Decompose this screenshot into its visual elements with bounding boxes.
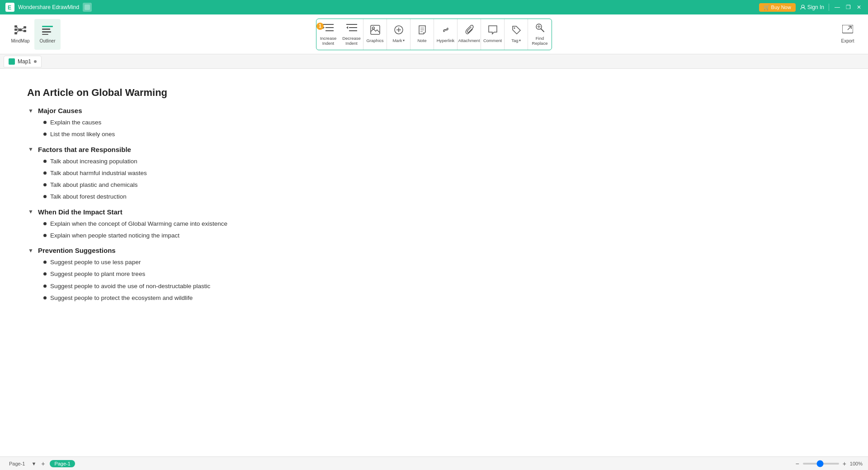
buy-now-button[interactable]: 🛒 Buy Now (759, 3, 796, 12)
bullet-dot (43, 183, 47, 186)
hyperlink-icon (441, 25, 451, 36)
find-replace-icon (535, 23, 545, 34)
section-major-causes[interactable]: ▼ Major Causes (27, 107, 841, 114)
minimize-button[interactable]: — (834, 4, 841, 11)
export-icon (842, 25, 853, 37)
sign-in-button[interactable]: Sign In (800, 4, 824, 10)
svg-rect-6 (14, 25, 17, 28)
bullet-text: Suggest people to plant more trees (50, 270, 145, 279)
collapse-arrow-prevention: ▼ (27, 247, 34, 254)
mark-button[interactable]: Mark ▾ (387, 19, 410, 50)
svg-rect-8 (14, 28, 17, 31)
hyperlink-button[interactable]: Hyperlink (434, 19, 458, 50)
tab-map1-label: Map1 (18, 58, 31, 65)
title-bar-right: 🛒 Buy Now Sign In — ❐ ✕ (759, 3, 863, 12)
title-bar: E Wondershare EdrawMind 🛒 Buy Now Sign I… (0, 0, 868, 14)
bullet-dot (43, 222, 47, 225)
bullet-dot (43, 296, 47, 299)
bullet-text: Suggest people to use less paper (50, 258, 141, 267)
canvas: An Article on Global Warming ▼ Major Cau… (0, 69, 868, 456)
list-item: Suggest people to protect the ecosystem … (43, 294, 841, 303)
app-logo: E (5, 3, 14, 12)
left-tool-group: MindMap Outliner (7, 19, 61, 50)
hyperlink-label: Hyperlink (437, 38, 455, 43)
note-button[interactable]: Note (410, 19, 434, 50)
bullet-text: Talk about plastic and chemicals (50, 180, 138, 190)
bullet-dot (43, 133, 47, 136)
close-button[interactable]: ✕ (855, 4, 863, 11)
page-label: Page-1 (5, 460, 28, 467)
attachment-button[interactable]: Attachment (458, 19, 481, 50)
comment-icon (488, 25, 498, 36)
tag-label: Tag (511, 38, 518, 43)
svg-rect-16 (42, 28, 50, 30)
page-tab-active[interactable]: Page-1 (50, 460, 75, 467)
decrease-indent-label: DecreaseIndent (342, 36, 361, 46)
export-button[interactable]: Export (835, 19, 861, 50)
bullet-list-prevention: Suggest people to use less paper Suggest… (43, 258, 841, 303)
outliner-tool[interactable]: Outliner (34, 19, 61, 50)
decrease-indent-icon (346, 23, 357, 34)
section-title-factors: Factors that are Responsible (38, 146, 131, 153)
add-page-button[interactable]: + (39, 460, 47, 468)
note-icon (417, 25, 427, 36)
list-item: Suggest people to use less paper (43, 258, 841, 267)
section-prevention[interactable]: ▼ Prevention Suggestions (27, 247, 841, 254)
bullet-dot (43, 195, 47, 198)
svg-rect-10 (14, 32, 17, 34)
section-title-prevention: Prevention Suggestions (38, 247, 116, 254)
mindmap-icon (14, 25, 26, 37)
graphics-button[interactable]: Graphics (363, 19, 387, 50)
toolbar: MindMap Outliner 1 (0, 14, 868, 54)
bullet-dot (43, 171, 47, 175)
mark-icon (394, 25, 404, 36)
graphics-icon (370, 25, 380, 36)
list-item: Talk about forest destruction (43, 192, 841, 201)
status-bar-left: Page-1 ▼ + Page-1 (5, 460, 75, 468)
decrease-indent-button[interactable]: DecreaseIndent (340, 19, 363, 50)
main-content: An Article on Global Warming ▼ Major Cau… (0, 69, 868, 456)
svg-rect-4 (19, 28, 22, 31)
zoom-increase-button[interactable]: + (843, 460, 846, 467)
svg-line-35 (541, 28, 544, 32)
svg-rect-15 (42, 26, 53, 27)
svg-point-33 (514, 28, 515, 29)
list-item: Suggest people to avoid the use of non-d… (43, 282, 841, 291)
tab-map1[interactable]: Map1 (4, 56, 42, 67)
bullet-text: Explain when people started noticing the… (50, 231, 179, 240)
bullet-text: Talk about increasing population (50, 157, 137, 166)
attachment-icon (464, 25, 474, 36)
restore-button[interactable]: ❐ (844, 4, 852, 11)
collapse-arrow-factors: ▼ (27, 146, 34, 153)
bullet-dot (43, 272, 47, 275)
page-dropdown-arrow: ▼ (31, 461, 36, 466)
find-replace-button[interactable]: FindReplace (528, 19, 552, 50)
collapse-arrow-impact: ▼ (27, 208, 34, 215)
status-bar-right: − + 100% (795, 460, 863, 467)
comment-button[interactable]: Comment (481, 19, 505, 50)
section-factors-responsible[interactable]: ▼ Factors that are Responsible (27, 146, 841, 153)
section-title-major-causes: Major Causes (38, 107, 82, 114)
svg-line-11 (22, 28, 24, 29)
mark-label: Mark (392, 38, 402, 43)
bullet-dot (43, 285, 47, 288)
bullet-dot (43, 234, 47, 237)
bullet-dot (43, 261, 47, 264)
tab-map1-icon (9, 58, 15, 65)
graphics-label: Graphics (366, 38, 383, 43)
toolbar-right: Export (835, 19, 861, 50)
zoom-decrease-button[interactable]: − (795, 460, 799, 467)
zoom-slider[interactable] (803, 463, 839, 465)
section-impact-start[interactable]: ▼ When Did the Impact Start (27, 208, 841, 216)
svg-line-13 (22, 30, 24, 31)
mindmap-tool[interactable]: MindMap (7, 19, 33, 50)
increase-indent-label: IncreaseIndent (320, 36, 336, 46)
list-item: Explain when people started noticing the… (43, 231, 841, 240)
bullet-text: Suggest people to avoid the use of non-d… (50, 282, 210, 291)
collapse-arrow-major-causes: ▼ (27, 107, 34, 114)
svg-line-39 (848, 26, 851, 30)
svg-point-3 (802, 5, 804, 8)
tag-button[interactable]: Tag ▾ (505, 19, 528, 50)
bullet-text: Suggest people to protect the ecosystem … (50, 294, 193, 303)
bullet-text: List the most likely ones (50, 130, 115, 139)
